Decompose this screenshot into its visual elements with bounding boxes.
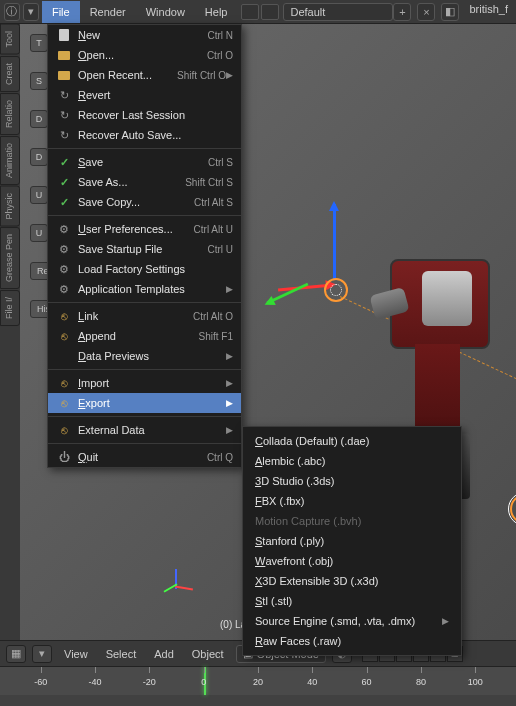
file-menu-item[interactable]: Open...Ctrl O <box>48 45 241 65</box>
export-format-item: Motion Capture (.bvh) <box>243 511 461 531</box>
menu-label: Quit <box>78 451 207 463</box>
file-menu-item[interactable]: ⚙User Preferences...Ctrl Alt U <box>48 219 241 239</box>
export-format-item[interactable]: FBX (.fbx) <box>243 491 461 511</box>
check-icon: ✓ <box>56 195 72 209</box>
link-icon: ⎋ <box>56 309 72 323</box>
file-menu-item[interactable]: ✓Save Copy...Ctrl Alt S <box>48 192 241 212</box>
export-format-item[interactable]: X3D Extensible 3D (.x3d) <box>243 571 461 591</box>
menu-help[interactable]: Help <box>195 1 238 23</box>
file-menu-item[interactable]: ↻Recover Auto Save... <box>48 125 241 145</box>
export-format-item[interactable]: Raw Faces (.raw) <box>243 631 461 651</box>
timeline-tick-label: 60 <box>362 677 372 687</box>
shortcut: Ctrl N <box>207 30 233 41</box>
link-icon: ⎋ <box>56 329 72 343</box>
file-menu-item[interactable]: ✓SaveCtrl S <box>48 152 241 172</box>
submenu-arrow-icon: ▶ <box>226 284 233 294</box>
file-menu-item[interactable]: ✓Save As...Shift Ctrl S <box>48 172 241 192</box>
file-menu-item[interactable]: ⚙Save Startup FileCtrl U <box>48 239 241 259</box>
timeline-tick <box>204 667 205 673</box>
timeline-tick <box>258 667 259 673</box>
header-object[interactable]: Object <box>186 648 230 660</box>
file-menu-item[interactable]: Open Recent...Shift Ctrl O▶ <box>48 65 241 85</box>
menu-label: Load Factory Settings <box>78 263 233 275</box>
tab-relations[interactable]: Relatio <box>0 93 20 135</box>
shortcut: Ctrl Alt O <box>193 311 233 322</box>
tab-create[interactable]: Creat <box>0 56 20 92</box>
export-format-item[interactable]: Stanford (.ply) <box>243 531 461 551</box>
editor-type-icon[interactable]: ▦ <box>6 645 26 663</box>
gear-icon: ⚙ <box>56 262 72 276</box>
file-menu-item[interactable]: ↻Revert <box>48 85 241 105</box>
info-icon[interactable]: ⓘ <box>4 3 20 21</box>
menu-label: Import <box>78 377 226 389</box>
header-add[interactable]: Add <box>148 648 180 660</box>
export-format-item[interactable]: Collada (Default) (.dae) <box>243 431 461 451</box>
link-icon: ⎋ <box>56 423 72 437</box>
menu-label: Append <box>78 330 199 342</box>
export-format-item[interactable]: 3D Studio (.3ds) <box>243 471 461 491</box>
delete-layout-icon[interactable]: × <box>417 3 435 21</box>
refresh-icon: ↻ <box>56 88 72 102</box>
top-menubar: ⓘ ▾ File Render Window Help Default + × … <box>0 0 516 24</box>
timeline-tick <box>312 667 313 673</box>
power-icon: ⏻ <box>56 450 72 464</box>
export-submenu: Collada (Default) (.dae)Alembic (.abc)3D… <box>242 426 462 656</box>
layout-prev-icon[interactable] <box>241 4 259 20</box>
file-menu-item[interactable]: Data Previews▶ <box>48 346 241 366</box>
file-menu-item[interactable]: ⚙Load Factory Settings <box>48 259 241 279</box>
file-menu-item[interactable]: ⎋AppendShift F1 <box>48 326 241 346</box>
timeline-track[interactable]: -60-40-20020406080100 <box>0 667 516 695</box>
lamp-selection-icon[interactable] <box>510 494 516 524</box>
add-layout-icon[interactable]: + <box>393 3 411 21</box>
shortcut: Ctrl Alt S <box>194 197 233 208</box>
timeline-tick <box>149 667 150 673</box>
scene-browse-icon[interactable]: ◧ <box>441 3 459 21</box>
menu-label: Save As... <box>78 176 185 188</box>
file-menu-item[interactable]: ⎋External Data▶ <box>48 420 241 440</box>
menu-label: Open Recent... <box>78 69 177 81</box>
menu-label: Recover Last Session <box>78 109 233 121</box>
export-format-item[interactable]: Wavefront (.obj) <box>243 551 461 571</box>
menu-label: Link <box>78 310 193 322</box>
main-menu: File Render Window Help <box>42 1 238 23</box>
tab-grease-pencil[interactable]: Grease Pen <box>0 227 20 289</box>
file-menu-item[interactable]: ⏻QuitCtrl Q <box>48 447 241 467</box>
file-menu-item[interactable]: ⎋LinkCtrl Alt O <box>48 306 241 326</box>
doc-icon <box>56 28 72 42</box>
menu-file[interactable]: File <box>42 1 80 23</box>
tab-file-io[interactable]: File I/ <box>0 290 20 326</box>
file-menu-item[interactable]: ⎋Import▶ <box>48 373 241 393</box>
layout-next-icon[interactable] <box>261 4 279 20</box>
file-menu-item[interactable]: ⚙Application Templates▶ <box>48 279 241 299</box>
menu-window[interactable]: Window <box>136 1 195 23</box>
editor-type-dropdown-icon[interactable]: ▾ <box>23 3 39 21</box>
file-menu-item[interactable]: ⎋Export▶ <box>48 393 241 413</box>
menu-label: Data Previews <box>78 350 226 362</box>
timeline-tick-label: 80 <box>416 677 426 687</box>
screen-layout-dropdown[interactable]: Default <box>283 3 393 21</box>
gizmo-y-axis-icon[interactable] <box>266 283 308 305</box>
export-format-item[interactable]: Alembic (.abc) <box>243 451 461 471</box>
tab-tool[interactable]: Tool <box>0 24 20 55</box>
timeline-tick-label: 40 <box>307 677 317 687</box>
tab-animation[interactable]: Animatio <box>0 136 20 185</box>
export-format-item[interactable]: Stl (.stl) <box>243 591 461 611</box>
timeline-tick <box>41 667 42 673</box>
shortcut: Ctrl U <box>207 244 233 255</box>
menu-render[interactable]: Render <box>80 1 136 23</box>
folder-icon <box>56 48 72 62</box>
gizmo-z-axis-icon[interactable] <box>333 204 336 279</box>
export-format-item[interactable]: Source Engine (.smd, .vta, .dmx)▶ <box>243 611 461 631</box>
tab-physics[interactable]: Physic <box>0 186 20 227</box>
timeline-tick <box>367 667 368 673</box>
timeline-tick-label: 20 <box>253 677 263 687</box>
editor-dropdown-icon[interactable]: ▾ <box>32 645 52 663</box>
file-menu-item[interactable]: NewCtrl N <box>48 25 241 45</box>
header-select[interactable]: Select <box>100 648 143 660</box>
header-view[interactable]: View <box>58 648 94 660</box>
timeline-tick-label: -40 <box>89 677 102 687</box>
gear-icon: ⚙ <box>56 242 72 256</box>
gear-icon: ⚙ <box>56 282 72 296</box>
shortcut: Shift Ctrl S <box>185 177 233 188</box>
file-menu-item[interactable]: ↻Recover Last Session <box>48 105 241 125</box>
